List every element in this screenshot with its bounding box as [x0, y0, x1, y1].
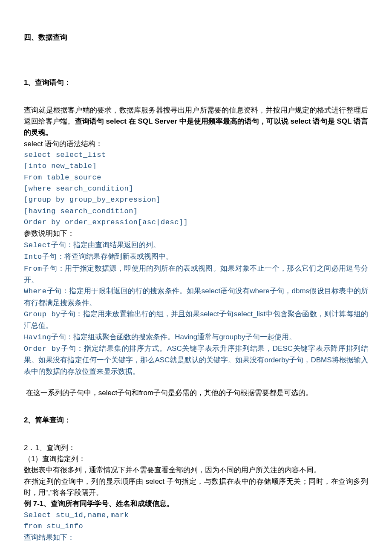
desc: ：用于指定数据源，即使用的列所在的表或视图。如果对象不止一个，那么它们之间必用逗…	[24, 264, 368, 284]
paragraph-intro: 查询就是根据客户端的要求，数据库服务器搜寻出用户所需要的信息资料，并按用户规定的…	[24, 105, 368, 139]
section-title-1: 1、查询语句：	[24, 77, 368, 88]
subsection-2-1-1: （1）查询指定列：	[24, 454, 368, 465]
code-line: [having search_condition]	[24, 206, 368, 217]
desc: ：指定用于限制返回的行的搜索条件。如果select语句没有where子句，dbm…	[24, 287, 368, 306]
code-line: From table_source	[24, 172, 368, 183]
section-title-2: 2、简单查询：	[24, 415, 368, 426]
code-line: [group by group_by_expression]	[24, 194, 368, 205]
result-label: 查询结果如下：	[24, 532, 368, 543]
code-line: Order by order_expression[asc|desc]]	[24, 217, 368, 228]
text-bold: 查询语句 select 在 SQL Server 中是使用频率最高的语句，可以说…	[24, 117, 368, 136]
desc: ：指定组或聚合函数的搜索条件。Having通常与groupby子句一起使用。	[66, 333, 296, 341]
term: From子句	[24, 265, 58, 273]
paragraph-param-label: 参数说明如下：	[24, 228, 368, 239]
code-line: [where search_condition]	[24, 183, 368, 194]
desc: ：指定用来放置输出行的组，并且如果select子句select_list中包含聚…	[24, 310, 368, 330]
section-title-main: 四、数据查询	[24, 32, 368, 43]
code-line: select select_list	[24, 150, 368, 161]
desc-select: Select子句：指定由查询结果返回的列。	[24, 240, 368, 251]
desc-groupby: Group by子句：指定用来放置输出行的组，并且如果select子句selec…	[24, 309, 368, 332]
desc-having: Having子句：指定组或聚合函数的搜索条件。Having通常与groupby子…	[24, 332, 368, 343]
term: Where子句	[24, 287, 62, 295]
paragraph-summary: 在这一系列的子句中，select子句和from子句是必需的，其他的子句根据需要都…	[24, 387, 368, 399]
desc-orderby: Order by子句：指定结果集的排序方式。ASC关键字表示升序排列结果，DES…	[24, 343, 368, 377]
code-line: from stu_info	[24, 521, 368, 532]
subsection-2-1: 2．1、查询列：	[24, 442, 368, 454]
term: Having子句	[24, 333, 66, 341]
desc: ：将查询结果存储到新表或视图中。	[57, 252, 173, 260]
code-line: Select stu_id,name,mark	[24, 510, 368, 521]
term: Into子句	[24, 253, 57, 261]
desc-where: Where子句：指定用于限制返回的行的搜索条件。如果select语句没有wher…	[24, 286, 368, 309]
paragraph-body: 在指定列的查询中，列的显示顺序由 select 子句指定，与数据在表中的存储顺序…	[24, 476, 368, 499]
desc-from: From子句：用于指定数据源，即使用的列所在的表或视图。如果对象不止一个，那么它…	[24, 263, 368, 286]
paragraph-body: 数据表中有很多列，通常情况下并不需要查看全部的列，因为不同的用户所关注的内容不同…	[24, 465, 368, 476]
desc: ：指定由查询结果返回的列。	[66, 241, 160, 249]
paragraph-syntax-label: select 语句的语法结构：	[24, 139, 368, 150]
example-title: 例 7-1、查询所有同学学号、姓名和成绩信息。	[24, 498, 368, 509]
code-line: [into new_table]	[24, 161, 368, 172]
term: Select子句	[24, 241, 66, 249]
term: Group by子句	[24, 310, 75, 318]
desc-into: Into子句：将查询结果存储到新表或视图中。	[24, 251, 368, 263]
term: Order by子句	[24, 345, 76, 353]
